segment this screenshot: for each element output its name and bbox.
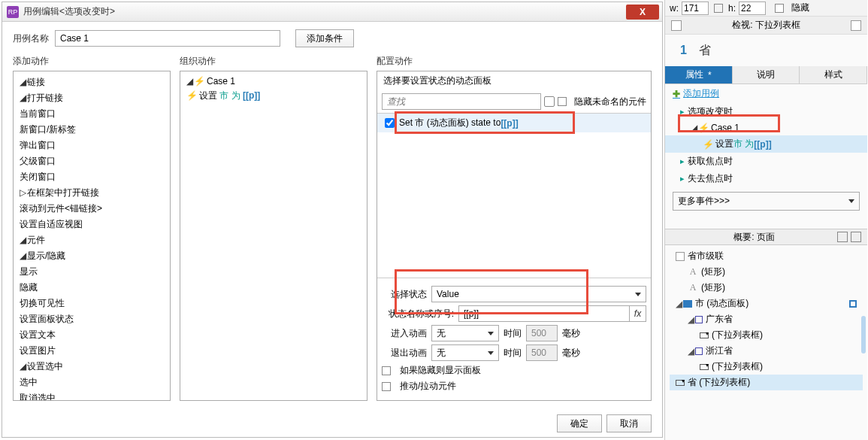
event-arrow-icon: ▸ [680, 156, 685, 166]
state-select[interactable]: Value [431, 286, 646, 302]
tab-style[interactable]: 样式 [800, 66, 867, 83]
height-input[interactable] [739, 2, 766, 15]
outline-title: 概要: 页面 [671, 231, 837, 244]
state-icon [695, 316, 703, 323]
page-icon [676, 252, 685, 261]
anim-in-time [526, 325, 558, 341]
state-name-label: 状态名称或序号: [382, 308, 454, 320]
col1-title: 添加动作 [13, 55, 171, 68]
inspect-title: 检视: 下拉列表框 [686, 19, 846, 32]
anim-in-select[interactable]: 无 [431, 325, 499, 341]
lightning-icon: ⚡ [698, 123, 709, 133]
droplist-icon [676, 380, 685, 386]
anim-out-time [526, 344, 558, 361]
dialog-title: 用例编辑<选项改变时> [23, 5, 626, 18]
case-name-label: 用例名称 [13, 32, 49, 45]
inspector-tabs: 属性* 说明 样式 [665, 66, 867, 84]
case-editor-dialog: RP 用例编辑<选项改变时> X 用例名称 添加条件 添加动作 ◢链接 ◢打开链… [2, 2, 663, 438]
hide-unnamed-checkbox[interactable] [558, 97, 567, 106]
outline-droplist[interactable]: (下拉列表框) [670, 327, 863, 343]
width-input[interactable] [682, 2, 709, 15]
lightning-icon: ⚡ [703, 139, 714, 150]
tab-notes[interactable]: 说明 [733, 66, 800, 83]
search-clear-icon[interactable] [544, 96, 555, 107]
outline-sheng-selected[interactable]: 省 (下拉列表框) [670, 375, 863, 390]
state-name-input[interactable] [458, 305, 630, 322]
organize-pane: ◢⚡Case 1 ⚡设置 市 为 [[p]] [180, 71, 367, 401]
configure-pane: 选择要设置状态的动态面板 隐藏未命名的元件 Set 市 (动态面板) state… [377, 71, 652, 401]
dynamic-panel-icon [683, 300, 692, 308]
scrollbar-thumb[interactable] [861, 316, 866, 354]
cancel-button[interactable]: 取消 [606, 414, 652, 432]
lightning-icon: ⚡ [194, 76, 205, 86]
droplist-icon [700, 364, 709, 370]
lightning-icon: ⚡ [186, 90, 198, 101]
widget-index: 1 [680, 44, 687, 57]
widget-name[interactable]: 省 [699, 43, 711, 59]
search-input[interactable] [382, 93, 541, 110]
actions-tree[interactable]: ◢链接 ◢打开链接 当前窗口 新窗口/新标签 弹出窗口 父级窗口 关闭窗口 ▷在… [13, 71, 171, 401]
outline-dynpanel[interactable]: ◢市 (动态面板) [670, 296, 863, 311]
select-panel-label: 选择要设置状态的动态面板 [377, 71, 651, 90]
outline-droplist[interactable]: (下拉列表框) [670, 359, 863, 375]
outline-root[interactable]: 省市级联 [670, 248, 863, 264]
shape-icon: A [688, 282, 698, 293]
event-option-changed[interactable]: ▸选项改变时 [665, 103, 867, 120]
panel-toggle-icon[interactable] [671, 20, 682, 31]
set-state-checkbox[interactable] [385, 118, 395, 128]
ok-button[interactable]: 确定 [557, 414, 602, 432]
event-arrow-icon: ▸ [680, 107, 685, 117]
app-icon: RP [7, 6, 19, 18]
set-state-item[interactable]: Set 市 (动态面板) state to [[p]] [377, 114, 651, 132]
outline-state-gd[interactable]: ◢广东省 [670, 311, 863, 327]
case-action[interactable]: ⚡设置 市 为 [[p]] [665, 135, 867, 153]
show-if-hidden-checkbox[interactable] [382, 366, 391, 375]
inspector-panel: w: h: 隐藏 检视: 下拉列表框 1 省 属性* 说明 样式 ✚添加用例 ▸… [664, 0, 867, 440]
event-blur[interactable]: ▸失去焦点时 [665, 170, 867, 187]
sort-icon[interactable] [851, 232, 861, 242]
add-case-link[interactable]: ✚添加用例 [665, 84, 867, 103]
droplist-icon [700, 332, 709, 338]
outline-tree: 省市级联 A(矩形) A(矩形) ◢市 (动态面板) ◢广东省 (下拉列表框) … [665, 245, 867, 393]
col3-title: 配置动作 [377, 55, 652, 68]
edit-icon[interactable] [849, 300, 857, 308]
anim-out-select[interactable]: 无 [431, 344, 499, 361]
col2-title: 组织动作 [180, 55, 367, 68]
outline-rect[interactable]: A(矩形) [670, 280, 863, 296]
push-pull-checkbox[interactable] [382, 382, 391, 391]
titlebar: RP 用例编辑<选项改变时> X [2, 2, 662, 22]
outline-state-zj[interactable]: ◢浙江省 [670, 343, 863, 359]
lock-aspect-icon[interactable] [714, 4, 723, 13]
case-name-input[interactable] [55, 30, 280, 47]
filter-icon[interactable] [837, 232, 848, 242]
notes-icon[interactable] [851, 20, 861, 31]
fx-button[interactable]: fx [630, 305, 646, 322]
select-state-label: 选择状态 [382, 288, 427, 301]
more-events[interactable]: 更多事件>>> [673, 192, 860, 211]
close-button[interactable]: X [626, 5, 659, 20]
add-condition-button[interactable]: 添加条件 [295, 29, 354, 47]
hidden-checkbox[interactable] [775, 4, 784, 13]
event-focus[interactable]: ▸获取焦点时 [665, 153, 867, 170]
tab-properties[interactable]: 属性* [665, 66, 733, 83]
state-icon [695, 347, 703, 355]
case-1[interactable]: ◢⚡Case 1 [665, 120, 867, 135]
event-arrow-icon: ▸ [680, 174, 685, 184]
outline-rect[interactable]: A(矩形) [670, 264, 863, 280]
shape-icon: A [688, 266, 698, 278]
plus-icon: ✚ [673, 89, 680, 99]
